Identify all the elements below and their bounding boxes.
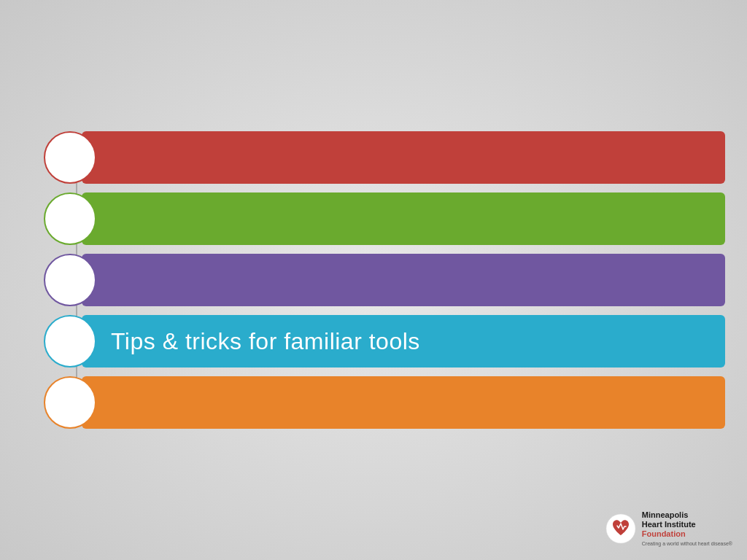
bar-1: [82, 131, 725, 184]
bar-4: Tips & tricks for familiar tools: [82, 315, 725, 368]
logo-area: Minneapolis Heart Institute Foundation C…: [605, 510, 732, 547]
slide-container: Tips & tricks for familiar tools: [0, 0, 747, 560]
bar-3: [82, 254, 725, 306]
logo-line1: Minneapolis: [642, 510, 732, 520]
circle-1: [44, 131, 96, 184]
bar-5: [82, 376, 725, 429]
logo-tagline: Creating a world without heart disease®: [642, 541, 732, 547]
bar-row-3: [44, 254, 747, 306]
circle-3: [44, 254, 96, 306]
circle-2: [44, 192, 96, 245]
bar-row-5: [44, 376, 747, 429]
bars-wrapper: Tips & tricks for familiar tools: [44, 131, 747, 429]
logo-line3: Foundation: [642, 529, 732, 539]
bar-row-4: Tips & tricks for familiar tools: [44, 315, 747, 368]
logo-heart-icon: [605, 513, 636, 544]
bar-text-4: Tips & tricks for familiar tools: [111, 328, 420, 355]
bar-row-2: [44, 192, 747, 245]
circle-4: [44, 315, 96, 368]
circle-5: [44, 376, 96, 429]
bar-row-1: [44, 131, 747, 184]
bar-2: [82, 192, 725, 245]
logo-text: Minneapolis Heart Institute Foundation C…: [642, 510, 732, 547]
logo-line2: Heart Institute: [642, 520, 732, 529]
